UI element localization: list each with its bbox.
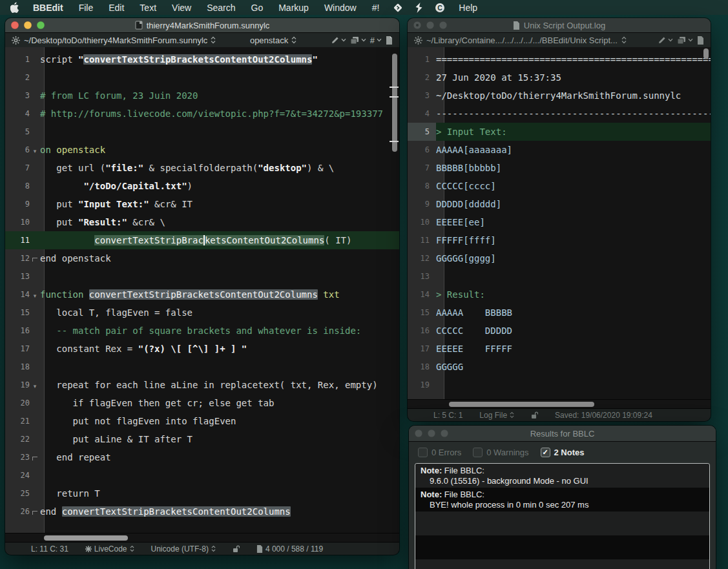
lightning-app-icon[interactable] [409, 3, 429, 13]
log-line: 12GGGGG[gggg] [408, 249, 711, 267]
document-icon [135, 21, 143, 30]
code-line: 22 put aLine & IT after T [5, 430, 399, 448]
log-line: 3~/Desktop/toDo/thierry4MarkSmithForum.s… [408, 87, 711, 105]
code-line: 1script "convertTextStripBracketsContent… [5, 50, 399, 68]
log-line: 9DDDDD[ddddd] [408, 195, 711, 213]
function-popup[interactable]: openstack [250, 36, 296, 45]
chevron-up-down-icon [510, 411, 514, 419]
menu-item-item[interactable]: #! [364, 0, 388, 15]
log-line: 6AAAAA[aaaaaaa] [408, 141, 711, 159]
language-popup[interactable]: Log File [479, 411, 514, 420]
code-line: 11 convertTextStripBracketsContentOut2Co… [5, 231, 399, 249]
scrollbar-thumb[interactable] [392, 54, 397, 152]
scrollbar-thumb[interactable] [449, 402, 594, 407]
code-line: 4# http://forums.livecode.com/viewtopic.… [5, 105, 399, 123]
chevron-up-down-icon [621, 36, 627, 44]
menu-item-edit[interactable]: Edit [101, 0, 132, 15]
documents-popup[interactable] [677, 36, 693, 45]
marker-popup[interactable] [658, 36, 673, 45]
disclosure-triangle-icon[interactable]: ▾ [34, 293, 37, 299]
menu-item-help[interactable]: Help [451, 0, 485, 15]
menu-item-text[interactable]: Text [132, 0, 164, 15]
documents-popup[interactable] [350, 36, 366, 45]
log-text-area[interactable]: 1=======================================… [408, 47, 711, 400]
code-line: 13 [5, 267, 399, 285]
hash-icon: # [370, 36, 375, 45]
menu-item-bbedit[interactable]: BBEdit [25, 0, 71, 15]
log-toolbar: ~/Library/Containe.../.../.../.../.../BB… [408, 33, 711, 48]
chevron-up-down-icon [130, 545, 134, 552]
encoding-popup[interactable]: Unicode (UTF-8) [151, 544, 216, 553]
pencil-icon [658, 36, 666, 45]
menu-bar: BBEditFileEditTextViewSearchGoMarkupWind… [0, 0, 728, 15]
close-button[interactable] [11, 21, 19, 29]
log-titlebar[interactable]: Unix Script Output.log [408, 18, 711, 33]
menu-item-go[interactable]: Go [244, 0, 271, 15]
minimize-button[interactable] [24, 21, 32, 29]
checked-checkbox-icon[interactable]: ✓ [541, 448, 550, 457]
filter-label: 0 Warnings [486, 448, 528, 457]
lock-icon[interactable] [233, 545, 240, 553]
chevron-up-down-icon [211, 36, 216, 44]
code-line: 10 put "Result:" &cr& \ [5, 213, 399, 231]
editor-titlebar[interactable]: thierry4MarkSmithForum.sunnylc [5, 18, 399, 33]
code-line: 19▾ repeat for each line aLine in replac… [5, 376, 399, 394]
menu-item-view[interactable]: View [164, 0, 199, 15]
close-button[interactable] [415, 429, 422, 437]
log-line: 4---------------------------------------… [408, 105, 711, 123]
editor-statusbar: L: 11 C: 31 LiveCode Unicode (UTF-8) 4 0… [5, 542, 399, 555]
disclosure-triangle-icon[interactable]: ▾ [34, 148, 37, 154]
language-popup[interactable]: LiveCode [85, 544, 134, 553]
menu-item-window[interactable]: Window [317, 0, 364, 15]
minimize-button[interactable] [428, 429, 435, 437]
close-button[interactable] [413, 21, 421, 29]
zoom-button[interactable] [37, 21, 45, 29]
log-line: 16CCCCC DDDDD [408, 322, 711, 340]
log-line: 18GGGGG [408, 358, 711, 376]
window-title: Unix Script Output.log [524, 21, 605, 30]
filter-checkbox-2-notes[interactable]: ✓2 Notes [541, 448, 585, 457]
menu-item-search[interactable]: Search [199, 0, 243, 15]
disclosure-triangle-icon[interactable]: ▾ [34, 383, 37, 389]
log-statusbar: L: 5 C: 1 Log File Saved: 19/06/2020 19:… [408, 408, 711, 421]
minimize-button[interactable] [426, 21, 434, 29]
menu-item-markup[interactable]: Markup [271, 0, 317, 15]
log-vertical-scrollbar[interactable] [703, 48, 710, 398]
new-document-icon[interactable] [386, 36, 393, 45]
language-icon [85, 546, 92, 552]
stacked-documents-icon [350, 36, 359, 45]
zoom-button[interactable] [441, 429, 448, 437]
function-popup-value: openstack [250, 36, 288, 45]
log-horizontal-scrollbar[interactable] [408, 399, 711, 409]
note-row[interactable]: Note: File BBLC:9.6.0 (15516) - backgrou… [415, 464, 709, 488]
new-document-icon[interactable] [697, 36, 704, 45]
editor-horizontal-scrollbar[interactable] [5, 533, 399, 543]
unchecked-checkbox-icon [418, 448, 428, 457]
lock-icon[interactable] [531, 411, 538, 419]
circle-c-app-icon[interactable]: C [429, 3, 451, 13]
note-row[interactable]: Note: File BBLC:BYE! whole process in 0 … [415, 488, 709, 512]
stacked-documents-icon [677, 36, 686, 45]
log-line: 227 Jun 2020 at 15:37:35 [408, 68, 711, 87]
file-path-popup[interactable]: ~/Desktop/toDo/thierry4MarkSmithForum.su… [24, 36, 216, 45]
file-path-popup[interactable]: ~/Library/Containe.../.../.../.../.../BB… [426, 36, 618, 45]
counter-popup[interactable]: # [370, 36, 382, 45]
apple-menu-icon[interactable] [9, 2, 25, 13]
diamond-app-icon[interactable] [387, 3, 409, 13]
zoom-button[interactable] [439, 21, 447, 29]
log-line: 8CCCCC[cccc] [408, 177, 711, 195]
editor-text-area[interactable]: 1script "convertTextStripBracketsContent… [5, 47, 399, 533]
gear-icon[interactable] [12, 36, 20, 45]
svg-text:C: C [438, 3, 443, 11]
empty-row [415, 559, 709, 569]
empty-row [415, 512, 709, 535]
scrollbar-thumb[interactable] [703, 48, 709, 59]
marker-popup[interactable] [331, 36, 346, 45]
scrollbar-thumb[interactable] [44, 535, 128, 541]
code-line: 25 return T [5, 484, 399, 502]
results-titlebar[interactable]: Results for BBLC [409, 426, 716, 442]
chevron-down-icon [361, 38, 366, 42]
menu-item-file[interactable]: File [71, 0, 101, 15]
editor-vertical-scrollbar[interactable] [391, 48, 399, 532]
gear-icon[interactable] [414, 36, 422, 45]
